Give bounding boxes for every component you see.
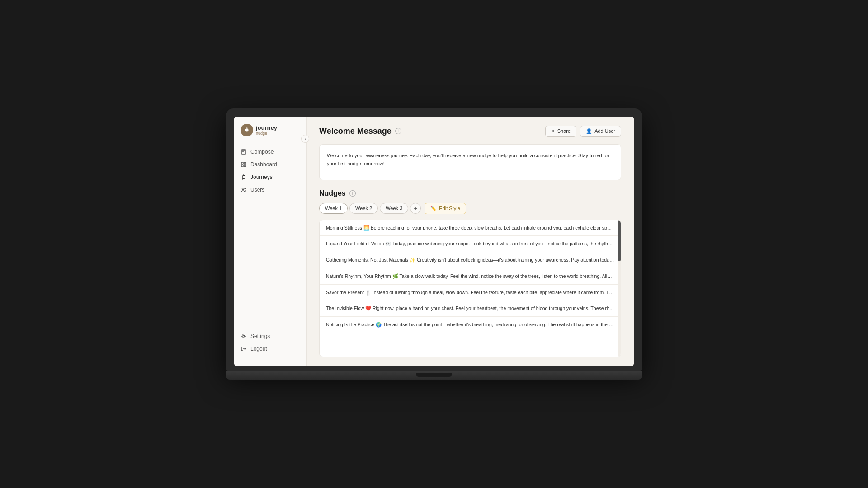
logo-text: journey xyxy=(256,125,277,131)
svg-rect-2 xyxy=(241,162,243,164)
scroll-indicator[interactable] xyxy=(618,220,621,357)
nudges-info-icon[interactable]: i xyxy=(349,190,356,197)
logo: journey nudge xyxy=(234,124,306,144)
nudges-title: Nudges xyxy=(319,189,346,197)
users-icon xyxy=(241,187,247,193)
week-tab-3[interactable]: Week 3 xyxy=(380,203,408,214)
welcome-info-icon[interactable]: i xyxy=(395,128,401,134)
week-tabs: Week 1 Week 2 Week 3 + xyxy=(319,203,621,214)
nudge-item-5-text: Savor the Present 🍴 Instead of rushing t… xyxy=(326,290,621,295)
nudge-item-1-text: Morning Stillness 🌅 Before reaching for … xyxy=(326,225,621,230)
share-button[interactable]: ✦ Share xyxy=(545,126,576,137)
app-container: journey nudge ‹ xyxy=(234,117,634,366)
svg-rect-4 xyxy=(241,165,243,167)
sidebar-item-dashboard-label: Dashboard xyxy=(250,161,277,168)
week-tab-2[interactable]: Week 2 xyxy=(349,203,378,214)
nudge-item-3-text: Gathering Moments, Not Just Materials ✨ … xyxy=(326,257,621,263)
page-title-row: Welcome Message i xyxy=(319,127,401,136)
laptop-notch xyxy=(416,373,452,377)
edit-style-icon: ✏️ xyxy=(430,206,437,211)
sidebar-item-users[interactable]: Users xyxy=(234,183,306,196)
welcome-message-text: Welcome to your awareness journey. Each … xyxy=(327,153,609,167)
add-week-button[interactable]: + xyxy=(410,203,421,214)
add-user-label: Add User xyxy=(594,128,615,134)
page-title: Welcome Message xyxy=(319,127,392,136)
nudge-item-2-text: Expand Your Field of Vision 👀 Today, pra… xyxy=(326,241,621,246)
nudges-section: Nudges i Week 1 Week 2 xyxy=(319,189,621,357)
sidebar: journey nudge ‹ xyxy=(234,117,307,366)
laptop-shell: journey nudge ‹ xyxy=(226,108,642,380)
add-user-icon: 👤 xyxy=(586,128,592,134)
sidebar-item-journeys[interactable]: Journeys xyxy=(234,171,306,183)
nudge-item-7-text: Noticing Is the Practice 🌍 The act itsel… xyxy=(326,322,621,327)
journeys-icon xyxy=(241,174,247,180)
svg-rect-3 xyxy=(244,162,246,164)
sidebar-item-settings[interactable]: Settings xyxy=(234,330,306,343)
add-week-icon: + xyxy=(414,205,417,212)
sidebar-item-settings-label: Settings xyxy=(250,333,270,339)
edit-style-label: Edit Style xyxy=(439,206,460,211)
svg-point-7 xyxy=(245,188,246,189)
nudge-item-6[interactable]: The Invisible Flow ❤️ Right now, place a… xyxy=(320,300,621,317)
sidebar-item-logout[interactable]: Logout xyxy=(234,343,306,355)
welcome-message-box[interactable]: Welcome to your awareness journey. Each … xyxy=(319,144,621,180)
nudges-header: Nudges i xyxy=(319,189,621,197)
week-tab-1[interactable]: Week 1 xyxy=(319,203,348,214)
sidebar-item-dashboard[interactable]: Dashboard xyxy=(234,158,306,171)
screen-bezel: journey nudge ‹ xyxy=(226,108,642,371)
share-icon: ✦ xyxy=(551,128,555,134)
laptop-screen: journey nudge ‹ xyxy=(234,117,634,366)
nudge-item-4[interactable]: Nature's Rhythm, Your Rhythm 🌿 Take a sl… xyxy=(320,268,621,285)
nudge-item-3[interactable]: Gathering Moments, Not Just Materials ✨ … xyxy=(320,252,621,268)
laptop-base xyxy=(226,371,642,380)
sidebar-bottom: Settings Logout xyxy=(234,326,306,359)
settings-icon xyxy=(241,333,247,339)
edit-style-button[interactable]: ✏️ Edit Style xyxy=(425,203,466,214)
logo-subtext: nudge xyxy=(256,131,277,136)
nudge-item-1[interactable]: Morning Stillness 🌅 Before reaching for … xyxy=(320,220,621,236)
dashboard-icon xyxy=(241,161,247,168)
sidebar-collapse-button[interactable]: ‹ xyxy=(301,135,309,143)
page-header: Welcome Message i ✦ Share 👤 Add User xyxy=(319,126,621,137)
nudge-item-6-text: The Invisible Flow ❤️ Right now, place a… xyxy=(326,305,621,311)
svg-point-8 xyxy=(243,335,245,337)
nudge-item-5[interactable]: Savor the Present 🍴 Instead of rushing t… xyxy=(320,285,621,301)
nudges-list: Morning Stillness 🌅 Before reaching for … xyxy=(319,220,621,357)
header-actions: ✦ Share 👤 Add User xyxy=(545,126,621,137)
sidebar-item-compose-label: Compose xyxy=(250,149,274,155)
sidebar-item-logout-label: Logout xyxy=(250,346,267,352)
compose-icon xyxy=(241,149,247,155)
nudge-item-2[interactable]: Expand Your Field of Vision 👀 Today, pra… xyxy=(320,236,621,252)
sidebar-item-users-label: Users xyxy=(250,187,264,193)
logout-icon xyxy=(241,346,247,352)
scroll-thumb xyxy=(618,220,621,261)
logo-icon xyxy=(241,124,253,136)
sidebar-item-compose[interactable]: Compose xyxy=(234,145,306,158)
add-user-button[interactable]: 👤 Add User xyxy=(580,126,621,137)
nudge-item-4-text: Nature's Rhythm, Your Rhythm 🌿 Take a sl… xyxy=(326,273,621,279)
sidebar-nav: Compose Dashboard xyxy=(234,144,306,326)
main-content: Welcome Message i ✦ Share 👤 Add User xyxy=(307,117,634,366)
share-label: Share xyxy=(557,128,571,134)
svg-rect-5 xyxy=(244,165,246,167)
nudge-item-7[interactable]: Noticing Is the Practice 🌍 The act itsel… xyxy=(320,317,621,333)
svg-point-6 xyxy=(242,188,244,190)
sidebar-item-journeys-label: Journeys xyxy=(250,174,273,180)
